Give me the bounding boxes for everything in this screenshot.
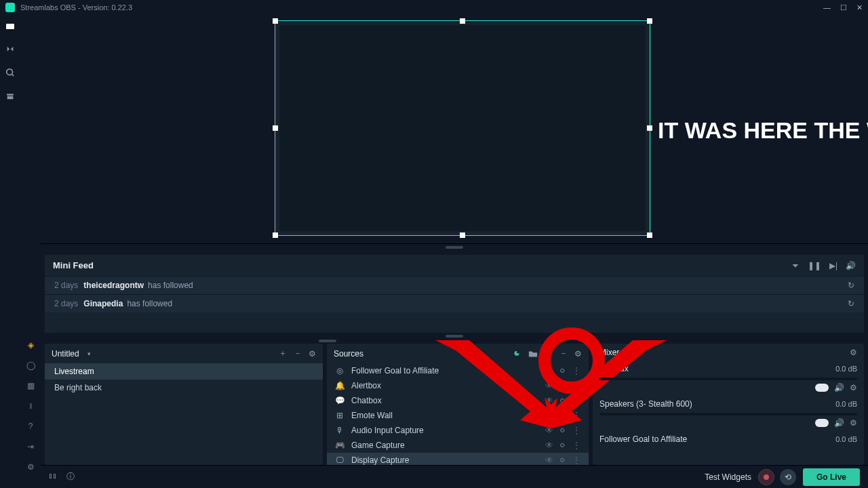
replay-buffer-button[interactable]: ⟲ (780, 469, 796, 485)
grid-icon[interactable]: ▦ (27, 381, 35, 390)
more-icon[interactable]: ⋮ (572, 441, 580, 450)
scenes-panel: Untitled ▾ ＋ － ⚙ LivestreamBe right back (45, 344, 323, 465)
help-icon[interactable]: ? (28, 422, 33, 431)
circle-icon[interactable]: ◯ (26, 361, 35, 370)
annotation-text: IT WAS HERE THE WHOLE TIME -__- (658, 117, 868, 144)
go-live-button[interactable]: Go Live (803, 468, 860, 486)
scene-settings-icon[interactable]: ⚙ (309, 349, 316, 359)
close-icon[interactable]: ✕ (856, 3, 863, 12)
annotation-circle-icon (538, 327, 605, 394)
replay-icon[interactable]: ↻ (848, 299, 854, 308)
tools-icon[interactable] (4, 43, 16, 56)
chevron-down-icon[interactable]: ▾ (87, 350, 91, 357)
store-icon[interactable] (4, 89, 16, 102)
sources-title: Sources (334, 349, 363, 359)
titlebar: Streamlabs OBS - Version: 0.22.3 ― ☐ ✕ (0, 0, 868, 15)
feed-user: theicedragontw (83, 281, 144, 290)
scene-item[interactable]: Be right back (45, 380, 323, 396)
resize-handle-icon[interactable] (273, 18, 278, 24)
svg-point-1 (7, 69, 13, 75)
source-label: Emote Wall (351, 411, 393, 420)
horizontal-resize-grip[interactable] (446, 335, 463, 338)
scene-item[interactable]: Livestream (45, 363, 323, 380)
mixer-channel: Follower Goal to Affiliate0.0 dB (599, 434, 857, 444)
visibility-icon[interactable]: 👁 (545, 455, 553, 465)
resize-handle-icon[interactable] (647, 232, 652, 238)
studio-mode-icon[interactable]: ◈ (28, 340, 34, 350)
visibility-icon[interactable]: 👁 (545, 441, 553, 450)
lock-icon[interactable]: ⭘ (559, 441, 567, 450)
resize-handle-icon[interactable] (647, 18, 652, 24)
monitor-icon: 🖵 (335, 455, 344, 465)
mixer-settings-icon[interactable]: ⚙ (850, 348, 857, 357)
mini-feed-title: Mini Feed (53, 260, 94, 270)
resize-handle-icon[interactable] (273, 125, 278, 131)
resize-handle-icon[interactable] (460, 18, 465, 24)
test-widgets-button[interactable]: Test Widgets (705, 472, 751, 482)
feed-action: has followed (148, 281, 193, 290)
volume-icon[interactable]: 🔊 (846, 261, 856, 270)
volume-slider[interactable] (599, 378, 857, 380)
record-button[interactable] (758, 469, 774, 485)
source-label: Display Capture (351, 455, 409, 465)
mini-feed-panel: Mini Feed ⏷ ❚❚ ▶| 🔊 2 daystheicedragontw… (45, 255, 864, 333)
mute-icon[interactable]: 🔊 (834, 383, 844, 392)
channel-settings-icon[interactable]: ⚙ (850, 418, 857, 428)
remove-scene-icon[interactable]: － (294, 348, 302, 359)
source-label: Follower Goal to Affiliate (351, 366, 439, 375)
source-label: Game Capture (351, 441, 405, 450)
channel-db: 0.0 dB (835, 400, 857, 408)
top-sidebar (0, 15, 20, 488)
info-icon[interactable]: ⓘ (66, 471, 75, 483)
source-item[interactable]: 🎮Game Capture👁⭘⋮ (327, 438, 589, 453)
feed-user: Ginapedia (83, 299, 123, 308)
vertical-resize-grip[interactable] (319, 340, 336, 342)
display-capture-thumbnail (279, 25, 646, 231)
bottom-bar: ⫾⫾ ⓘ Test Widgets ⟲ Go Live (41, 465, 868, 488)
mic-icon: 🎙 (335, 426, 344, 435)
source-label: Audio Input Capture (351, 426, 424, 435)
selected-source-bounds[interactable] (275, 20, 650, 236)
feed-time: 2 days (54, 281, 78, 290)
more-icon[interactable]: ⋮ (572, 455, 580, 465)
bell-icon: 🔔 (335, 381, 344, 390)
maximize-icon[interactable]: ☐ (840, 3, 847, 12)
login-icon[interactable]: ⇥ (27, 442, 34, 451)
preview-canvas[interactable]: IT WAS HERE THE WHOLE TIME -__- (41, 15, 868, 244)
volume-knob[interactable] (815, 419, 829, 427)
scenes-title[interactable]: Untitled (52, 349, 79, 359)
target-icon: ◎ (335, 366, 344, 375)
feed-time: 2 days (54, 299, 78, 308)
search-icon[interactable] (4, 66, 16, 79)
resize-handle-icon[interactable] (647, 125, 652, 131)
left-sidebar: ◈ ◯ ▦ ⦀ ? ⇥ ⚙ (20, 15, 41, 488)
minimize-icon[interactable]: ― (823, 3, 831, 12)
volume-slider[interactable] (599, 413, 857, 415)
resize-handle-icon[interactable] (273, 232, 278, 238)
editor-tab-icon[interactable] (4, 20, 16, 33)
sources-panel: Sources ＋ － ⚙ ◎Follower Goal to Affiliat… (327, 344, 589, 465)
window-title: Streamlabs OBS - Version: 0.22.3 (20, 3, 132, 12)
channel-db: 0.0 dB (835, 435, 857, 443)
stats-icon[interactable]: ⫾⫾ (49, 471, 57, 483)
channel-db: 0.0 dB (835, 365, 857, 373)
lock-icon[interactable]: ⭘ (559, 455, 567, 465)
svg-rect-0 (6, 24, 14, 29)
feed-action: has followed (127, 299, 172, 308)
settings-icon[interactable]: ⚙ (27, 462, 35, 472)
filter-icon[interactable]: ⏷ (791, 261, 800, 270)
replay-icon[interactable]: ↻ (848, 281, 854, 290)
channel-settings-icon[interactable]: ⚙ (850, 383, 857, 392)
horizontal-resize-grip[interactable] (446, 246, 463, 249)
pause-icon[interactable]: ❚❚ (808, 261, 821, 270)
add-scene-icon[interactable]: ＋ (279, 348, 287, 359)
source-item[interactable]: 🖵Display Capture👁⭘⋮ (327, 453, 589, 465)
grid-icon: ⊞ (335, 411, 344, 420)
skip-icon[interactable]: ▶| (829, 261, 837, 270)
bars-icon[interactable]: ⦀ (29, 401, 33, 411)
volume-knob[interactable] (815, 384, 829, 392)
feed-row: 2 daystheicedragontwhas followed↻ (45, 276, 864, 294)
resize-handle-icon[interactable] (460, 232, 465, 238)
gamepad-icon: 🎮 (335, 441, 344, 450)
mute-icon[interactable]: 🔊 (834, 418, 844, 428)
